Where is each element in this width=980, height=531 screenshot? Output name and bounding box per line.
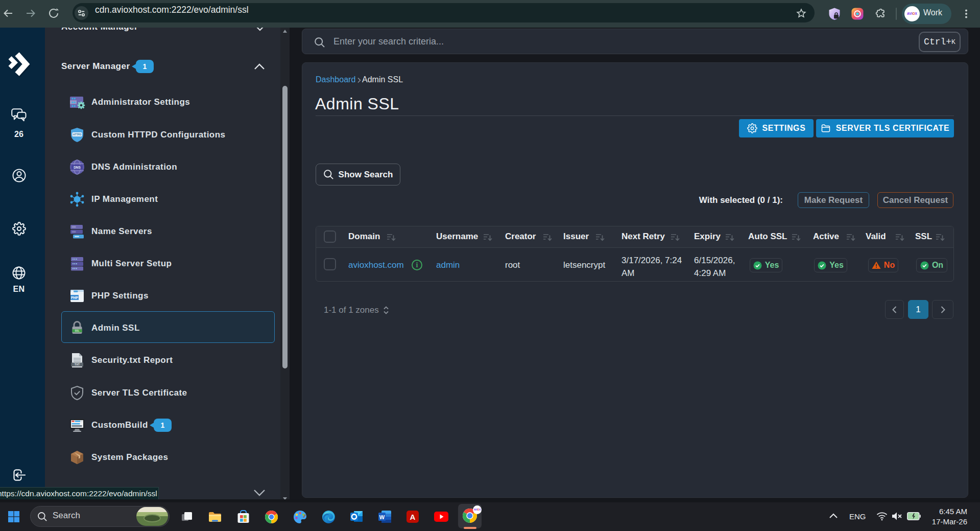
svg-text:DNS: DNS <box>74 166 81 169</box>
svg-text:PHP: PHP <box>71 296 78 299</box>
svg-text:A: A <box>410 513 416 521</box>
svg-text:TXT: TXT <box>75 363 80 366</box>
svg-text:HTTPD: HTTPD <box>73 133 82 136</box>
svg-text:W: W <box>379 514 385 520</box>
svg-text:SSL: SSL <box>75 330 80 332</box>
